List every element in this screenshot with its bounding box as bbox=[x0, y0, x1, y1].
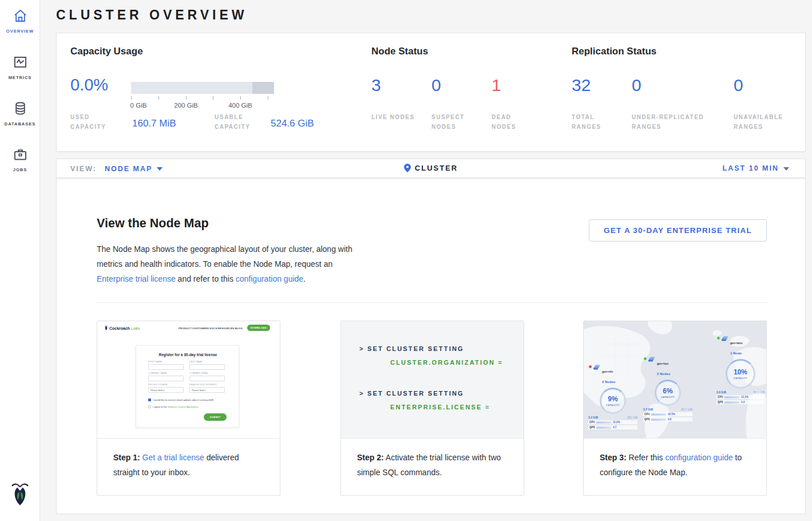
description-text: . bbox=[303, 274, 306, 283]
cpu-label: CPU bbox=[718, 396, 724, 398]
capacity-used: 3.7 GiB bbox=[643, 408, 653, 411]
metrics-icon bbox=[13, 54, 28, 70]
mini-nav: PRODUCT CUSTOMERS DOCS RESOURCES BLOG bbox=[179, 327, 243, 330]
cockroachdb-logo bbox=[10, 481, 30, 508]
suspect-nodes-value: 0 bbox=[431, 76, 441, 95]
sidebar-item-label: DATABASES bbox=[0, 121, 40, 127]
status-dot-green bbox=[716, 336, 720, 340]
node-stack-icon bbox=[593, 365, 600, 370]
unavailable-ranges-value: 0 bbox=[734, 76, 743, 95]
page-title: CLUSTER OVERVIEW bbox=[56, 7, 248, 23]
mini-field-label: COMPANY EMAIL bbox=[189, 372, 225, 374]
time-range-selector[interactable]: LAST 10 MIN bbox=[723, 159, 789, 177]
mini-nav-item: RESOURCES bbox=[217, 327, 234, 330]
qps-value: 4.7 bbox=[613, 426, 616, 429]
cpu-label: CPU bbox=[644, 413, 651, 416]
sql-line: > SET CLUSTER SETTING bbox=[359, 345, 464, 352]
node-map-section: View the Node Map The Node Map shows the… bbox=[56, 178, 806, 514]
mini-checkbox-updates: I would like to receive email updates ab… bbox=[148, 398, 214, 401]
sql-line: ENTERPRISE.LICENSE = bbox=[390, 404, 490, 411]
capacity-bar-reserved-segment bbox=[252, 82, 274, 94]
dead-nodes-value: 1 bbox=[492, 76, 501, 95]
sidebar-item-jobs[interactable]: JOBS bbox=[0, 147, 40, 172]
cpu-value: 11.0% bbox=[613, 421, 620, 424]
used-capacity-label: USED CAPACITY bbox=[70, 112, 116, 132]
briefcase-icon bbox=[13, 147, 28, 162]
cpu-sparkline bbox=[596, 421, 611, 424]
status-dot-green bbox=[643, 357, 647, 361]
usable-capacity-value: 524.6 GiB bbox=[271, 118, 314, 129]
enterprise-trial-button[interactable]: GET A 30-DAY ENTERPRISE TRIAL bbox=[589, 219, 767, 242]
axis-tick-label: 400 GiB bbox=[222, 102, 259, 109]
node-map-preview: geo=sfo2 Nodes 9% CAPACITY 3.2 GiB351 Gi… bbox=[584, 321, 766, 439]
sidebar-item-label: JOBS bbox=[0, 167, 40, 172]
locality-name: geo=ams bbox=[730, 341, 743, 345]
capacity-gauge: 10% CAPACITY bbox=[726, 359, 755, 389]
mini-trial-form: Register for a 30-day trial license FIRS… bbox=[136, 345, 239, 428]
configuration-guide-link[interactable]: configuration guide bbox=[665, 453, 732, 462]
sidebar: OVERVIEW METRICS DATABASES JO bbox=[0, 0, 40, 521]
capacity-percent: 0.0% bbox=[70, 76, 108, 94]
mini-field-input bbox=[148, 376, 184, 381]
sql-line: CLUSTER.ORGANIZATION = bbox=[390, 359, 503, 366]
step-label: Step 1: bbox=[113, 453, 140, 462]
cpu-value: 42.5% bbox=[668, 413, 675, 416]
total-ranges-value: 32 bbox=[572, 76, 591, 95]
cluster-breadcrumb[interactable]: CLUSTER bbox=[57, 159, 805, 177]
summary-card: Capacity Usage 0.0% 0 GiB 200 GiB 400 Gi… bbox=[56, 33, 806, 152]
mini-field-input bbox=[189, 364, 225, 370]
step-label: Step 3: bbox=[600, 453, 627, 462]
qps-value: 4.4 bbox=[741, 401, 744, 404]
caption-text: Refer this bbox=[627, 453, 666, 462]
enterprise-trial-license-link[interactable]: Enterprise trial license bbox=[97, 274, 176, 283]
mini-nav-item: DOCS bbox=[209, 327, 217, 330]
live-nodes-value: 3 bbox=[371, 76, 381, 95]
gauge-label: CAPACITY bbox=[606, 404, 620, 406]
get-trial-license-link[interactable]: Get a trial license bbox=[142, 453, 204, 462]
sql-commands-illustration: > SET CLUSTER SETTING CLUSTER.ORGANIZATI… bbox=[341, 321, 524, 439]
locality-name: geo=sfo bbox=[602, 370, 613, 373]
sidebar-item-metrics[interactable]: METRICS bbox=[0, 54, 40, 80]
qps-sparkline bbox=[596, 427, 611, 429]
sidebar-item-databases[interactable]: DATABASES bbox=[0, 101, 40, 127]
chevron-down-icon bbox=[783, 167, 789, 171]
locality-badge-sfo: geo=sfo2 Nodes 9% CAPACITY 3.2 GiB351 Gi… bbox=[588, 365, 637, 429]
capacity-bar bbox=[131, 82, 274, 94]
step-2-card: > SET CLUSTER SETTING CLUSTER.ORGANIZATI… bbox=[340, 321, 524, 496]
mini-brand: Cockroach LABS bbox=[104, 325, 140, 330]
locality-name: geo=nyc bbox=[657, 362, 668, 365]
mini-field-input bbox=[148, 364, 184, 370]
view-bar: VIEW:NODE MAP CLUSTER LAST 10 MIN bbox=[56, 159, 806, 178]
mini-field-label: FIRST NAME bbox=[148, 361, 184, 363]
map-pin-icon bbox=[404, 164, 411, 172]
capacity-used: 3.2 GiB bbox=[588, 416, 598, 419]
mini-nav-item: PRODUCT bbox=[179, 327, 192, 330]
step-3-caption: Step 3: Refer this configuration guide t… bbox=[584, 439, 766, 480]
live-nodes-label: LIVE NODES bbox=[371, 112, 417, 122]
mini-select: Please Select bbox=[189, 387, 225, 393]
step-3-card: geo=sfo2 Nodes 9% CAPACITY 3.2 GiB351 Gi… bbox=[583, 321, 767, 496]
configuration-guide-link[interactable]: configuration guide bbox=[236, 274, 303, 283]
replication-status-title: Replication Status bbox=[572, 46, 656, 57]
locality-node-count: 1 Node bbox=[730, 352, 742, 355]
description-text: The Node Map shows the geographical layo… bbox=[97, 244, 352, 269]
gauge-label: CAPACITY bbox=[661, 396, 675, 398]
capacity-total: 56.4 GiB bbox=[754, 390, 765, 394]
axis-tick-label: 0 GiB bbox=[120, 102, 157, 109]
axis-tick-label: 200 GiB bbox=[168, 102, 204, 109]
total-ranges-label: TOTAL RANGES bbox=[572, 112, 617, 132]
step-1-card: Cockroach LABS PRODUCT CUSTOMERS DOCS RE… bbox=[97, 321, 280, 496]
mini-field-label: COMPANY NAME bbox=[148, 372, 184, 374]
capacity-gauge: 9% CAPACITY bbox=[600, 388, 626, 414]
sql-line: > SET CLUSTER SETTING bbox=[359, 390, 464, 397]
gauge-percent: 6% bbox=[663, 387, 672, 395]
sidebar-item-overview[interactable]: OVERVIEW bbox=[0, 8, 40, 34]
unavailable-ranges-label: UNAVAILABLE RANGES bbox=[734, 112, 797, 132]
node-stack-icon bbox=[722, 336, 728, 342]
time-range-value: LAST 10 MIN bbox=[723, 164, 779, 172]
cpu-sparkline bbox=[651, 413, 666, 416]
locality-node-count: 2 Nodes bbox=[602, 380, 615, 384]
sidebar-item-label: METRICS bbox=[0, 75, 40, 80]
used-capacity-value: 160.7 MiB bbox=[132, 118, 176, 129]
capacity-total: 65.7 GiB bbox=[682, 408, 692, 411]
